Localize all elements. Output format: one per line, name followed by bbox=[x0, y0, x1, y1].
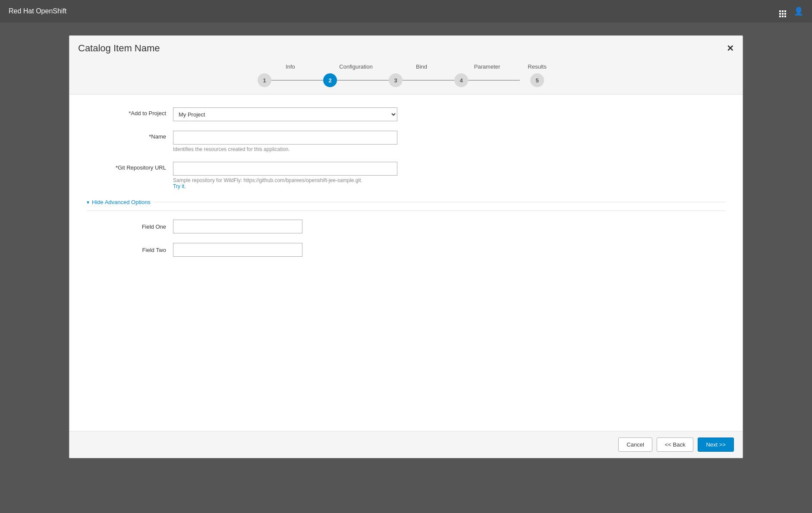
back-button[interactable]: << Back bbox=[657, 437, 694, 452]
step-1-label: Info bbox=[273, 63, 308, 70]
git-repo-input[interactable] bbox=[173, 162, 397, 176]
step-3-label: Bind bbox=[404, 63, 439, 70]
step-line-3 bbox=[403, 80, 454, 81]
grid-icon[interactable] bbox=[779, 5, 786, 17]
git-repo-label: *Git Repository URL bbox=[87, 162, 173, 171]
modal-footer: Cancel << Back Next >> bbox=[69, 431, 743, 458]
add-to-project-label: *Add to Project bbox=[87, 107, 173, 116]
user-icon[interactable]: 👤 bbox=[794, 6, 803, 16]
step-2-circle: 2 bbox=[323, 73, 337, 87]
field-one-label: Field One bbox=[87, 223, 173, 230]
modal-header: Catalog Item Name ✕ Info 1 C bbox=[69, 36, 743, 94]
step-4-label: Parameter bbox=[470, 63, 504, 70]
chevron-down-icon: ▾ bbox=[87, 199, 89, 205]
catalog-modal: Catalog Item Name ✕ Info 1 C bbox=[69, 35, 743, 458]
step-line-4 bbox=[468, 80, 520, 81]
step-1-circle: 1 bbox=[258, 73, 271, 87]
step-line-2 bbox=[337, 80, 389, 81]
name-input[interactable] bbox=[173, 131, 397, 145]
step-5-label: Results bbox=[520, 63, 554, 70]
wizard-step-2: Configuration 2 bbox=[323, 63, 389, 87]
name-group: *Name Identifies the resources created f… bbox=[87, 131, 725, 152]
hide-advanced-options-link[interactable]: Hide Advanced Options bbox=[92, 199, 151, 205]
modal-title: Catalog Item Name bbox=[78, 43, 160, 54]
add-to-project-wrap: My Project Project A Project B bbox=[173, 107, 397, 121]
name-wrap: Identifies the resources created for thi… bbox=[173, 131, 397, 152]
advanced-options-toggle: ▾ Hide Advanced Options bbox=[87, 199, 725, 211]
add-to-project-group: *Add to Project My Project Project A Pro… bbox=[87, 107, 725, 121]
topbar: Red Hat OpenShift 👤 bbox=[0, 0, 812, 22]
name-label: *Name bbox=[87, 131, 173, 140]
name-hint: Identifies the resources created for thi… bbox=[173, 146, 397, 152]
field-two-group: Field Two bbox=[87, 243, 725, 257]
wizard-step-5: Results 5 bbox=[520, 63, 554, 87]
app-title: Red Hat OpenShift bbox=[9, 7, 66, 15]
wizard-steps: Info 1 Configuration 2 bbox=[78, 59, 734, 94]
field-two-input[interactable] bbox=[173, 243, 302, 257]
field-two-label: Field Two bbox=[87, 247, 173, 253]
step-line-1 bbox=[271, 80, 323, 81]
step-2-label: Configuration bbox=[339, 63, 373, 70]
cancel-button[interactable]: Cancel bbox=[618, 437, 652, 452]
git-repo-hint: Sample repository for WildFly: https://g… bbox=[173, 177, 397, 189]
add-to-project-select[interactable]: My Project Project A Project B bbox=[173, 107, 397, 121]
modal-body: *Add to Project My Project Project A Pro… bbox=[69, 94, 743, 431]
git-repo-group: *Git Repository URL Sample repository fo… bbox=[87, 162, 725, 189]
next-button[interactable]: Next >> bbox=[698, 437, 734, 452]
try-it-link[interactable]: Try it. bbox=[173, 183, 186, 189]
close-button[interactable]: ✕ bbox=[727, 43, 734, 54]
field-one-group: Field One bbox=[87, 220, 725, 233]
separator-line bbox=[153, 202, 725, 202]
page-background: Catalog Item Name ✕ Info 1 C bbox=[0, 22, 812, 513]
topbar-actions: 👤 bbox=[779, 5, 803, 17]
field-one-input[interactable] bbox=[173, 220, 302, 233]
wizard-step-3: Bind 3 bbox=[389, 63, 454, 87]
step-4-circle: 4 bbox=[454, 73, 468, 87]
step-5-circle: 5 bbox=[530, 73, 544, 87]
step-3-circle: 3 bbox=[389, 73, 403, 87]
git-repo-wrap: Sample repository for WildFly: https://g… bbox=[173, 162, 397, 189]
wizard-step-1: Info 1 bbox=[258, 63, 323, 87]
wizard-step-4: Parameter 4 bbox=[454, 63, 520, 87]
